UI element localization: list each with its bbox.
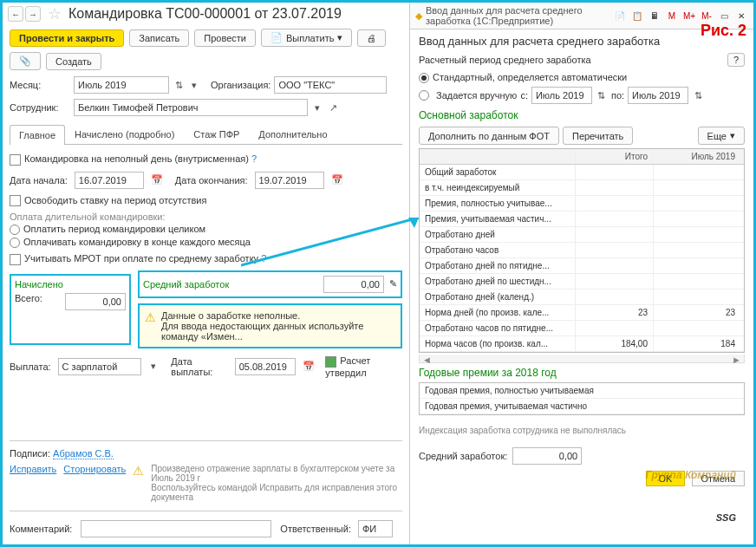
win-title: Ввод данных для расчета среднего заработ… (426, 5, 609, 26)
nav-fwd[interactable]: → (25, 6, 41, 22)
wb4[interactable]: M (665, 10, 679, 22)
comment-input[interactable] (81, 520, 271, 537)
partial-label: Командировка на неполный день (внутрисме… (24, 153, 249, 164)
wb3[interactable]: 🖩 (648, 10, 662, 22)
help-button[interactable]: ? (727, 53, 745, 67)
pay-button[interactable]: 📄 Выплатить ▾ (261, 29, 352, 47)
table-row[interactable]: Отработано дней по пятидне... (420, 258, 744, 274)
emp-dd[interactable]: ▾ (311, 102, 323, 114)
table-row[interactable]: Премия, учитываемая частич... (420, 212, 744, 227)
tab-accrued[interactable]: Начислено (подробно) (65, 124, 184, 144)
pay-dd[interactable]: ▾ (148, 361, 159, 372)
resp-input[interactable]: ФИ (358, 520, 393, 537)
free-check[interactable] (10, 195, 21, 206)
paydate-input[interactable]: 05.08.2019 (235, 358, 297, 375)
auto-radio[interactable] (419, 73, 429, 83)
emp-input[interactable]: Белкин Тимофей Петрович (74, 99, 308, 116)
table-row[interactable]: Норма часов (по произв. кал...184,00184 (420, 336, 744, 352)
approved-check[interactable] (325, 356, 336, 368)
start-input[interactable]: 16.07.2019 (75, 172, 144, 189)
post-button[interactable]: Провести (194, 29, 256, 47)
avg-input[interactable]: 0,00 (323, 276, 384, 293)
fill-button[interactable]: Дополнить по данным ФОТ (419, 127, 559, 145)
wb5[interactable]: M+ (682, 10, 696, 22)
month-spin[interactable]: ⇅ (173, 80, 185, 91)
partial-check[interactable] (10, 154, 21, 166)
page-title: Командировка ТС00-000001 от 23.07.2019 (68, 6, 342, 22)
save-button[interactable]: Записать (129, 29, 189, 47)
favorite-icon[interactable]: ☆ (48, 4, 62, 23)
r2[interactable] (10, 238, 20, 248)
org-input[interactable]: ООО "ТЕКС" (274, 76, 387, 94)
cal3-icon[interactable]: 📅 (303, 361, 315, 372)
storno-link[interactable]: Сторнировать (63, 464, 126, 474)
org-value: ООО "ТЕКС" (278, 80, 335, 90)
month-input[interactable]: Июль 2019 (74, 76, 169, 94)
sign-label: Подписи: (10, 448, 50, 459)
tab-extra[interactable]: Дополнительно (249, 124, 336, 144)
to-dd[interactable]: ⇅ (692, 90, 704, 101)
help-icon[interactable]: ? (251, 153, 257, 164)
warn-icon: ⚠ (145, 310, 156, 342)
resp-value: ФИ (362, 524, 376, 534)
table-row[interactable]: в т.ч. неиндексируемый (420, 180, 744, 196)
table-row[interactable]: Премия, полностью учитывае... (420, 196, 744, 212)
from-dd[interactable]: ⇅ (596, 90, 608, 101)
tab-pfr[interactable]: Стаж ПФР (184, 124, 249, 144)
long-label: Оплата длительной командировки: (10, 212, 402, 222)
y2: Годовая премия, учитываемая частично (420, 399, 744, 414)
cal1-icon[interactable]: 📅 (151, 174, 163, 186)
total-label: Всего: (15, 293, 42, 310)
col-total: Итого (576, 149, 654, 164)
cancel-button[interactable]: Отмена (692, 471, 745, 486)
pay-input[interactable]: С зарплатой (58, 358, 142, 375)
wb2[interactable]: 📋 (630, 10, 644, 22)
edit-icon[interactable]: ✎ (389, 278, 397, 290)
table-row[interactable]: Отработано дней (420, 227, 744, 243)
table-row[interactable]: Норма дней (по произв. кале...2323 (420, 305, 744, 321)
avg2-input[interactable]: 0,00 (512, 447, 582, 465)
main-sec: Основной заработок (410, 106, 753, 125)
total-input[interactable]: 0,00 (65, 293, 126, 310)
sign-link[interactable]: Абрамов С.В. (53, 448, 114, 459)
tab-main[interactable]: Главное (10, 125, 65, 145)
close-icon[interactable]: ✕ (734, 10, 748, 22)
month-dd[interactable]: ▾ (188, 80, 200, 91)
recalc-button[interactable]: Перечитать (563, 127, 633, 145)
attach-button[interactable]: 📎 (10, 52, 41, 70)
warn1: Данные о заработке неполные. (161, 310, 395, 321)
create-button[interactable]: Создать (46, 53, 101, 70)
help2-icon[interactable]: ? (261, 253, 266, 264)
table-row[interactable]: Отработано часов (420, 243, 744, 258)
more-label: Еще (707, 131, 727, 141)
emp-label: Сотрудник: (10, 102, 70, 113)
h-scrollbar[interactable]: ◄► (419, 355, 745, 363)
table-row[interactable]: Общий заработок (420, 165, 744, 180)
end-input[interactable]: 19.07.2019 (255, 172, 324, 189)
wb1[interactable]: 📄 (613, 10, 627, 22)
wb6[interactable]: M- (700, 10, 714, 22)
emp-open[interactable]: ↗ (327, 102, 339, 114)
avg-value: 0,00 (362, 279, 380, 290)
table-row[interactable]: Отработано дней (календ.) (420, 290, 744, 305)
from-input[interactable]: Июль 2019 (531, 87, 592, 104)
manual-radio[interactable] (419, 90, 429, 101)
cal2-icon[interactable]: 📅 (331, 174, 343, 186)
fix-link[interactable]: Исправить (10, 464, 56, 474)
more-button[interactable]: Еще ▾ (698, 127, 745, 145)
warn2-icon: ⚠ (133, 464, 144, 478)
print-button[interactable]: 🖨 (357, 29, 386, 47)
post-close-button[interactable]: Провести и закрыть (10, 29, 124, 47)
table-row[interactable]: Отработано часов по пятидне... (420, 321, 744, 336)
r1[interactable] (10, 225, 20, 235)
paydate-value: 05.08.2019 (239, 361, 287, 372)
mrot-check[interactable] (10, 254, 21, 265)
ok-button[interactable]: OK (646, 471, 686, 486)
to-input[interactable]: Июль 2019 (628, 87, 688, 104)
table-row[interactable]: Отработано дней по шестидн... (420, 274, 744, 290)
emp-value: Белкин Тимофей Петрович (78, 102, 199, 113)
nav-back[interactable]: ← (8, 6, 23, 22)
mrot-label: Учитывать МРОТ при оплате по среднему за… (24, 253, 258, 264)
min-icon[interactable]: ▭ (717, 10, 731, 22)
start-value: 16.07.2019 (79, 175, 127, 186)
